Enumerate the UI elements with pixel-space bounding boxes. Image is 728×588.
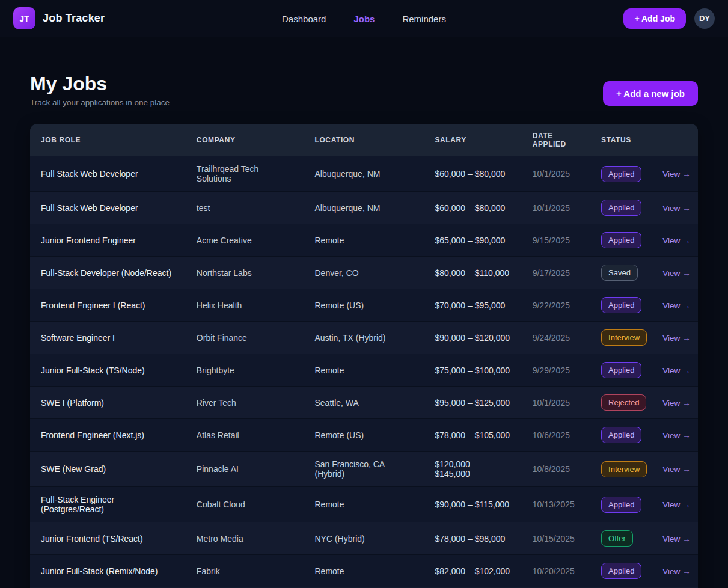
add-job-button[interactable]: + Add Job	[623, 8, 686, 29]
view-link[interactable]: View →	[662, 366, 690, 375]
status-cell: Applied	[590, 224, 652, 257]
job-role-cell: Software Engineer I	[30, 322, 186, 354]
company-cell: Pinnacle AI	[186, 452, 304, 487]
column-header-actions	[652, 124, 698, 156]
date-applied-cell: 10/15/2025	[522, 522, 590, 555]
column-header-company: COMPANY	[186, 124, 304, 156]
user-avatar[interactable]: DY	[694, 8, 715, 29]
company-cell: Cobalt Cloud	[186, 487, 304, 522]
status-badge: Interview	[601, 329, 647, 346]
company-cell: Atlas Retail	[186, 419, 304, 452]
date-applied-cell: 9/15/2025	[522, 224, 590, 257]
view-link[interactable]: View →	[662, 236, 690, 245]
view-cell: View →	[652, 555, 698, 587]
view-cell: View →	[652, 487, 698, 522]
view-cell: View →	[652, 452, 698, 487]
location-cell: Remote	[304, 354, 424, 387]
view-link[interactable]: View →	[662, 204, 690, 213]
table-row[interactable]: Junior Full-Stack (Remix/Node) Fabrik Re…	[30, 555, 698, 587]
table-row[interactable]: Junior Frontend (TS/React) Metro Media N…	[30, 522, 698, 555]
table-row[interactable]: Full-Stack Engineer (Postgres/React) Cob…	[30, 487, 698, 522]
jobs-table: JOB ROLE COMPANY LOCATION SALARY DATE AP…	[30, 124, 698, 588]
table-row[interactable]: Full Stack Web Developer test Albuquerqu…	[30, 192, 698, 224]
company-cell: Brightbyte	[186, 354, 304, 387]
view-link[interactable]: View →	[662, 399, 690, 408]
location-cell: Remote	[304, 555, 424, 587]
view-cell: View →	[652, 257, 698, 289]
status-cell: Applied	[590, 419, 652, 452]
status-badge: Applied	[601, 200, 641, 216]
view-link[interactable]: View →	[662, 431, 690, 440]
jobs-table-body: Full Stack Web Developer Trailhrqead Tec…	[30, 156, 698, 588]
table-row[interactable]: Frontend Engineer I (React) Helix Health…	[30, 289, 698, 322]
table-row[interactable]: Software Engineer I Orbit Finance Austin…	[30, 322, 698, 354]
column-header-status: STATUS	[590, 124, 652, 156]
view-link[interactable]: View →	[662, 500, 690, 509]
table-row[interactable]: Junior Frontend Engineer Acme Creative R…	[30, 224, 698, 257]
view-link[interactable]: View →	[662, 334, 690, 343]
view-cell: View →	[652, 156, 698, 192]
view-cell: View →	[652, 322, 698, 354]
add-new-job-button[interactable]: + Add a new job	[603, 81, 698, 106]
location-cell: Denver, CO	[304, 257, 424, 289]
view-link[interactable]: View →	[662, 269, 690, 278]
page-subtitle: Track all your applications in one place	[30, 98, 170, 107]
company-cell: Northstar Labs	[186, 257, 304, 289]
status-cell: Interview	[590, 452, 652, 487]
date-applied-cell: 9/22/2025	[522, 289, 590, 322]
status-cell: Rejected	[590, 387, 652, 419]
app-logo: JT	[13, 7, 35, 29]
page-header: My Jobs Track all your applications in o…	[30, 73, 698, 107]
company-cell: Acme Creative	[186, 224, 304, 257]
view-link[interactable]: View →	[662, 465, 690, 474]
date-applied-cell: 10/8/2025	[522, 452, 590, 487]
view-cell: View →	[652, 387, 698, 419]
nav-item-dashboard[interactable]: Dashboard	[282, 14, 326, 24]
brand: JT Job Tracker	[13, 7, 105, 29]
date-applied-cell: 10/6/2025	[522, 419, 590, 452]
status-badge: Rejected	[601, 394, 646, 411]
status-cell: Saved	[590, 257, 652, 289]
location-cell: Austin, TX (Hybrid)	[304, 322, 424, 354]
salary-cell: $78,000 – $98,000	[424, 522, 521, 555]
column-header-salary: SALARY	[424, 124, 521, 156]
table-row[interactable]: SWE I (Platform) River Tech Seattle, WA …	[30, 387, 698, 419]
page-title: My Jobs	[30, 73, 170, 94]
status-cell: Applied	[590, 192, 652, 224]
job-role-cell: Full Stack Web Developer	[30, 192, 186, 224]
company-cell: Orbit Finance	[186, 322, 304, 354]
view-link[interactable]: View →	[662, 567, 690, 576]
job-role-cell: Frontend Engineer (Next.js)	[30, 419, 186, 452]
table-row[interactable]: Full-Stack Developer (Node/React) Norths…	[30, 257, 698, 289]
top-navbar: JT Job Tracker Dashboard Jobs Reminders …	[0, 0, 728, 37]
table-row[interactable]: Junior Full-Stack (TS/Node) Brightbyte R…	[30, 354, 698, 387]
view-link[interactable]: View →	[662, 170, 690, 179]
jobs-table-card: JOB ROLE COMPANY LOCATION SALARY DATE AP…	[30, 124, 698, 588]
salary-cell: $90,000 – $115,000	[424, 487, 521, 522]
location-cell: NYC (Hybrid)	[304, 522, 424, 555]
salary-cell: $60,000 – $80,000	[424, 192, 521, 224]
salary-cell: $70,000 – $95,000	[424, 289, 521, 322]
job-role-cell: Full Stack Web Developer	[30, 156, 186, 192]
table-row[interactable]: SWE (New Grad) Pinnacle AI San Francisco…	[30, 452, 698, 487]
status-badge: Applied	[601, 297, 641, 313]
status-badge: Applied	[601, 563, 641, 579]
company-cell: test	[186, 192, 304, 224]
navbar-actions: + Add Job DY	[623, 8, 715, 29]
salary-cell: $95,000 – $125,000	[424, 387, 521, 419]
nav-item-reminders[interactable]: Reminders	[402, 14, 446, 24]
view-link[interactable]: View →	[662, 301, 690, 310]
table-row[interactable]: Frontend Engineer (Next.js) Atlas Retail…	[30, 419, 698, 452]
status-cell: Offer	[590, 522, 652, 555]
view-cell: View →	[652, 192, 698, 224]
salary-cell: $120,000 – $145,000	[424, 452, 521, 487]
jobs-table-header: JOB ROLE COMPANY LOCATION SALARY DATE AP…	[30, 124, 698, 156]
nav-item-jobs[interactable]: Jobs	[353, 14, 375, 24]
salary-cell: $65,000 – $90,000	[424, 224, 521, 257]
company-cell: River Tech	[186, 387, 304, 419]
location-cell: Remote (US)	[304, 289, 424, 322]
location-cell: Albuquerque, NM	[304, 156, 424, 192]
status-badge: Applied	[601, 232, 641, 248]
view-link[interactable]: View →	[662, 534, 690, 544]
table-row[interactable]: Full Stack Web Developer Trailhrqead Tec…	[30, 156, 698, 192]
